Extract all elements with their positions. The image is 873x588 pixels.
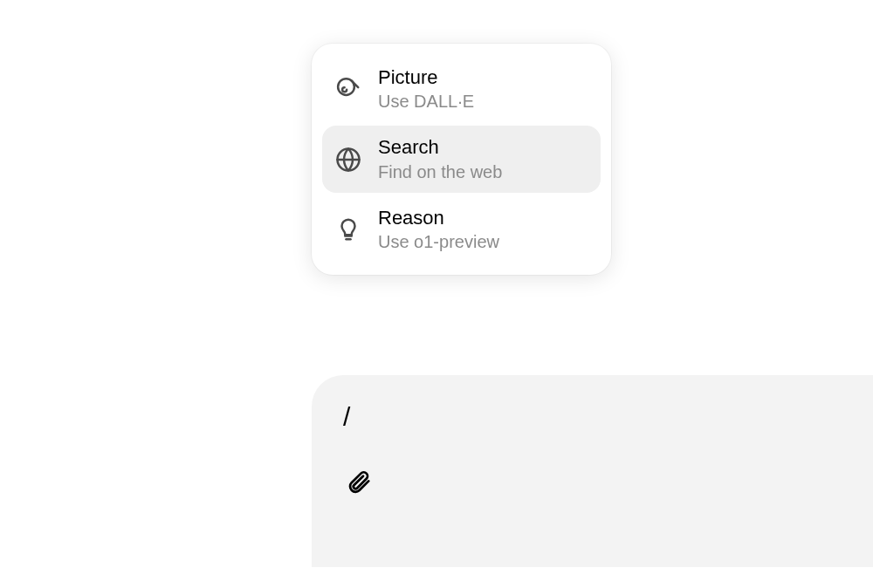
menu-item-text: Search Find on the web — [378, 136, 502, 181]
menu-item-reason[interactable]: Reason Use o1-preview — [322, 196, 601, 263]
globe-icon — [334, 146, 362, 174]
menu-item-subtitle: Use o1-preview — [378, 231, 499, 252]
message-input-area: / — [312, 375, 873, 567]
brush-icon — [334, 75, 362, 103]
menu-item-text: Picture Use DALL·E — [378, 66, 474, 112]
paperclip-icon — [346, 468, 372, 498]
menu-item-subtitle: Find on the web — [378, 161, 502, 182]
menu-item-text: Reason Use o1-preview — [378, 207, 499, 252]
menu-item-title: Reason — [378, 207, 499, 229]
menu-item-picture[interactable]: Picture Use DALL·E — [322, 56, 601, 122]
menu-item-search[interactable]: Search Find on the web — [322, 126, 601, 192]
message-input[interactable]: / — [343, 401, 842, 433]
input-toolbar — [343, 468, 842, 499]
command-popup-menu: Picture Use DALL·E Search Find on the we… — [312, 44, 611, 275]
lightbulb-icon — [334, 215, 362, 243]
menu-item-subtitle: Use DALL·E — [378, 91, 474, 112]
menu-item-title: Search — [378, 136, 502, 159]
attach-button[interactable] — [343, 468, 375, 499]
menu-item-title: Picture — [378, 66, 474, 89]
